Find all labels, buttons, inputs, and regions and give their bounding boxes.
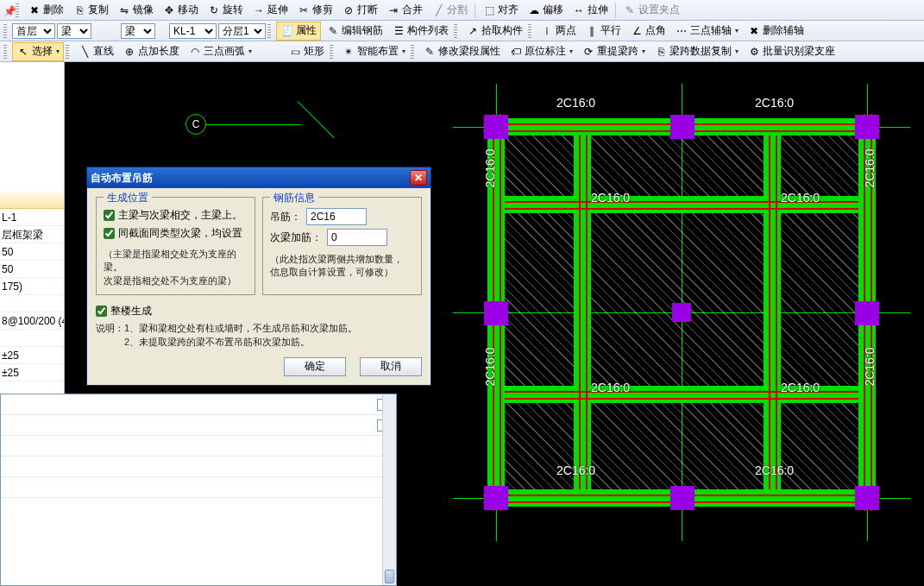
angle-icon: ∠ [630,24,644,38]
prop-row[interactable]: 50 [0,261,64,278]
checkbox[interactable] [104,228,115,239]
diaojin-input[interactable] [306,208,367,225]
dropdown-icon: ▾ [735,27,739,35]
layer-select[interactable]: 分层1 [218,23,266,39]
rotate-button[interactable]: ↻旋转 [204,1,247,20]
offset-icon: ☁ [527,3,541,17]
scrollbar[interactable] [382,394,396,585]
parallel-icon: ∥ [585,24,599,38]
merge-button[interactable]: ⇥合并 [383,1,426,20]
three-aux-label: 三点辅轴 [690,23,732,38]
prop-row[interactable]: 50 [0,243,64,261]
orig-label-button[interactable]: 🏷原位标注▾ [506,42,576,61]
slab-hatch [591,403,764,489]
list-item[interactable] [1,477,396,498]
toolbar-grip [66,45,69,59]
chk-main-secondary[interactable]: 主梁与次梁相交，主梁上。 [104,208,248,223]
split-label: 分割 [447,3,468,17]
stretch-button[interactable]: ↔拉伸 [569,1,612,20]
edit-rebar-button[interactable]: ✎编辑钢筋 [323,22,387,41]
three-aux-button[interactable]: ⋯三点辅轴▾ [671,22,742,41]
type-select[interactable]: 梁 [121,23,155,39]
toolbar-grip [267,24,271,38]
point-angle-button[interactable]: ∠点角 [626,22,669,41]
name-select[interactable]: KL-1 [169,23,217,39]
toolbar-grip [454,24,457,38]
point-len-button[interactable]: ⊕点加长度 [119,42,183,61]
dropdown-icon: ▾ [569,47,573,55]
secondary-beam [769,135,770,489]
cancel-button[interactable]: 取消 [360,357,422,376]
merge-icon: ⇥ [387,3,400,17]
batch-recog-button[interactable]: ⚙批量识别梁支座 [744,42,839,61]
floor-select[interactable]: 首层 [12,23,55,39]
dialog-titlebar[interactable]: 自动布置吊筋 ✕ [87,167,431,188]
two-point-button[interactable]: ⁞两点 [537,22,580,41]
comp-list-button[interactable]: ☰构件列表 [388,22,452,41]
mirror-button[interactable]: ⇋镜像 [114,1,157,20]
prop-row[interactable]: ±25 [0,364,64,381]
mod-seg-attr-button[interactable]: ✎修改梁段属性 [419,42,504,61]
attr-button[interactable]: 🧾属性 [276,22,321,41]
toolbar-grip [528,24,531,38]
smart-place-button[interactable]: ✴智能布置▾ [338,42,409,61]
rebar-label: 2C16:0 [591,381,630,394]
list-item[interactable] [1,415,396,436]
reextract-span-button[interactable]: ⟳重提梁跨▾ [578,42,649,61]
break-icon: ⊘ [342,3,355,17]
prop-row[interactable]: 8@100/200 (4) [0,312,64,330]
checkbox[interactable] [104,210,115,221]
delete-button[interactable]: ✖删除 [24,1,67,20]
extend-icon: → [252,3,266,17]
offset-button[interactable]: ☁偏移 [524,1,567,20]
rotate-icon: ↻ [207,3,221,17]
slab-hatch [591,213,764,386]
setpick-button[interactable]: ✎设置夹点 [619,1,683,20]
chk-same-section[interactable]: 同截面同类型次梁，均设置 [104,226,248,241]
line-button[interactable]: ╲直线 [74,42,117,61]
whole-floor-chk[interactable]: 整楼生成 [96,304,422,318]
span-copy-label: 梁跨数据复制 [669,44,732,59]
pin-icon[interactable]: 📌 [3,5,14,16]
dropdown-icon: ▾ [642,47,645,55]
prop-row[interactable]: 层框架梁 [0,226,64,243]
trim-button[interactable]: ✂修剪 [293,1,336,20]
dropdown-icon: ▾ [402,47,405,55]
break-button[interactable]: ⊘打断 [338,1,381,20]
slab-hatch [781,135,858,196]
prop-row[interactable]: ±25 [0,347,64,364]
toolbar-edit: 📌 ✖删除 ⎘复制 ⇋镜像 ✥移动 ↻旋转 →延伸 ✂修剪 ⊘打断 ⇥合并 ╱分… [0,0,924,21]
checkbox[interactable] [96,306,107,317]
move-button[interactable]: ✥移动 [159,1,202,20]
ok-button[interactable]: 确定 [284,357,346,376]
dropdown-icon: ▾ [56,47,60,55]
dialog-title: 自动布置吊筋 [91,171,153,186]
align-button[interactable]: ⬚对齐 [479,1,522,20]
prop-row[interactable] [0,295,64,312]
list-item[interactable] [1,394,396,415]
dropdown-icon: ▾ [735,47,739,55]
split-button[interactable]: ╱分割 [428,1,471,20]
prop-row[interactable] [0,330,64,347]
rebar-label: 2C16:0 [755,463,794,477]
rebar-label: 2C16:0 [591,191,630,205]
rect-button[interactable]: ▭矩形 [285,42,328,61]
rebar-label: 2C16:0 [483,347,497,386]
close-button[interactable]: ✕ [410,170,427,186]
prop-row[interactable]: 175) [0,278,64,295]
parallel-button[interactable]: ∥平行 [581,22,625,41]
prop-row[interactable]: L-1 [0,209,64,226]
list-item[interactable] [1,457,396,477]
span-copy-button[interactable]: ⎘梁跨数据复制▾ [651,42,742,61]
del-aux-button[interactable]: ✖删除辅轴 [744,22,808,41]
category-select[interactable]: 梁 [57,23,91,39]
arc3-button[interactable]: ◠三点画弧▾ [185,42,255,61]
column [855,486,879,510]
list-item[interactable] [1,436,396,457]
extend-button[interactable]: →延伸 [248,1,292,20]
copy-button[interactable]: ⎘复制 [69,1,112,20]
select-button[interactable]: ↖选择▾ [12,42,64,61]
ciliang-input[interactable] [327,229,387,246]
pick-button[interactable]: ↗拾取构件 [462,22,526,41]
del-aux-icon: ✖ [747,24,761,38]
